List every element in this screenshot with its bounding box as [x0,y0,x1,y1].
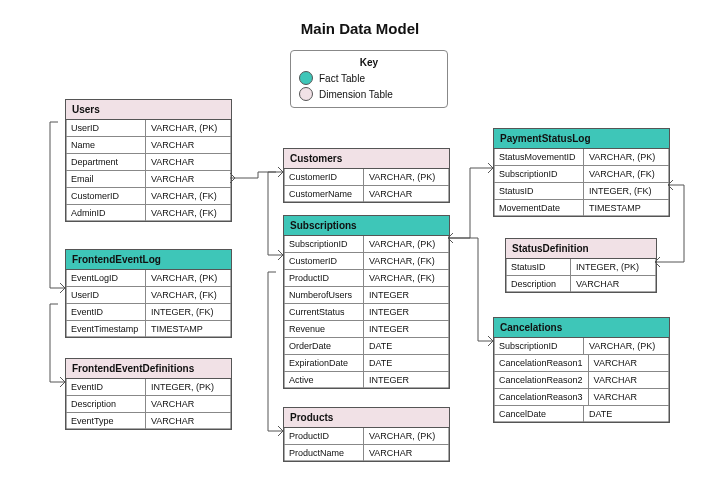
entity-rows: ProductIDVARCHAR, (PK)ProductNameVARCHAR [284,428,449,461]
column-type: VARCHAR [146,154,231,170]
column-row: SubscriptionIDVARCHAR, (PK) [494,338,669,354]
column-name: Active [284,372,364,388]
column-row: DescriptionVARCHAR [66,395,231,412]
column-row: SubscriptionIDVARCHAR, (PK) [284,236,449,252]
column-name: StatusMovementID [494,149,584,165]
column-name: CustomerID [284,169,364,185]
column-name: Description [506,276,571,292]
entity-frontend-event-definitions: FrontendEventDefinitions EventIDINTEGER,… [65,358,232,430]
column-type: INTEGER [364,304,449,320]
column-type: VARCHAR, (FK) [146,205,231,221]
column-name: Description [66,396,146,412]
column-type: VARCHAR [364,445,449,461]
column-type: VARCHAR, (FK) [146,188,231,204]
column-row: EmailVARCHAR [66,170,231,187]
column-name: Department [66,154,146,170]
legend-dim-label: Dimension Table [319,89,393,100]
column-name: EventID [66,304,146,320]
entity-header: Products [284,408,449,428]
column-row: StatusIDINTEGER, (PK) [506,259,656,275]
column-name: Email [66,171,146,187]
entity-rows: UserIDVARCHAR, (PK)NameVARCHARDepartment… [66,120,231,221]
column-type: INTEGER [364,321,449,337]
column-row: CustomerIDVARCHAR, (FK) [66,187,231,204]
entity-header: PaymentStatusLog [494,129,669,149]
column-type: DATE [364,355,449,371]
column-row: ExpirationDateDATE [284,354,449,371]
column-type: VARCHAR, (PK) [364,169,449,185]
column-row: NumberofUsersINTEGER [284,286,449,303]
entity-header: Subscriptions [284,216,449,236]
entity-cancelations: Cancelations SubscriptionIDVARCHAR, (PK)… [493,317,670,423]
entity-rows: SubscriptionIDVARCHAR, (PK)CustomerIDVAR… [284,236,449,388]
column-name: Revenue [284,321,364,337]
entity-header: FrontendEventLog [66,250,231,270]
column-name: Name [66,137,146,153]
column-row: CancelationReason3VARCHAR [494,388,669,405]
column-row: EventTypeVARCHAR [66,412,231,429]
column-type: VARCHAR [146,137,231,153]
legend-row-fact: Fact Table [299,71,439,85]
column-type: VARCHAR, (PK) [146,120,231,136]
column-type: VARCHAR [589,389,674,405]
column-name: CustomerID [66,188,146,204]
entity-products: Products ProductIDVARCHAR, (PK)ProductNa… [283,407,450,462]
column-name: EventID [66,379,146,395]
column-row: EventIDINTEGER, (FK) [66,303,231,320]
column-row: CurrentStatusINTEGER [284,303,449,320]
column-name: CustomerName [284,186,364,202]
entity-rows: CustomerIDVARCHAR, (PK)CustomerNameVARCH… [284,169,449,202]
column-name: SubscriptionID [494,338,584,354]
column-row: CancelationReason2VARCHAR [494,371,669,388]
column-row: DescriptionVARCHAR [506,275,656,292]
column-type: INTEGER, (FK) [584,183,669,199]
column-type: VARCHAR, (FK) [584,166,669,182]
column-type: VARCHAR [589,355,674,371]
entity-header: StatusDefinition [506,239,656,259]
entity-header: Users [66,100,231,120]
column-type: VARCHAR [364,186,449,202]
column-name: AdminID [66,205,146,221]
column-type: TIMESTAMP [146,321,231,337]
column-type: VARCHAR, (PK) [584,338,669,354]
column-type: DATE [584,406,669,422]
column-type: VARCHAR [146,396,231,412]
column-row: NameVARCHAR [66,136,231,153]
column-type: TIMESTAMP [584,200,669,216]
column-name: UserID [66,120,146,136]
column-row: EventLogIDVARCHAR, (PK) [66,270,231,286]
column-type: VARCHAR, (PK) [364,236,449,252]
column-name: CustomerID [284,253,364,269]
column-name: ProductID [284,270,364,286]
column-row: CustomerNameVARCHAR [284,185,449,202]
entity-users: Users UserIDVARCHAR, (PK)NameVARCHARDepa… [65,99,232,222]
column-row: CustomerIDVARCHAR, (PK) [284,169,449,185]
entity-rows: EventLogIDVARCHAR, (PK)UserIDVARCHAR, (F… [66,270,231,337]
column-row: UserIDVARCHAR, (FK) [66,286,231,303]
column-name: CancelationReason1 [494,355,589,371]
column-name: ExpirationDate [284,355,364,371]
entity-header: FrontendEventDefinitions [66,359,231,379]
column-row: ProductIDVARCHAR, (FK) [284,269,449,286]
entity-rows: EventIDINTEGER, (PK)DescriptionVARCHAREv… [66,379,231,429]
column-row: StatusIDINTEGER, (FK) [494,182,669,199]
column-name: EventTimestamp [66,321,146,337]
column-type: VARCHAR, (PK) [146,270,231,286]
column-type: VARCHAR, (FK) [146,287,231,303]
legend-title: Key [299,57,439,68]
column-row: CancelationReason1VARCHAR [494,354,669,371]
column-row: EventTimestampTIMESTAMP [66,320,231,337]
column-name: MovementDate [494,200,584,216]
column-row: ProductIDVARCHAR, (PK) [284,428,449,444]
page-title: Main Data Model [0,20,720,37]
legend: Key Fact Table Dimension Table [290,50,448,108]
column-type: VARCHAR [589,372,674,388]
column-name: StatusID [494,183,584,199]
column-name: StatusID [506,259,571,275]
column-row: AdminIDVARCHAR, (FK) [66,204,231,221]
column-name: ProductName [284,445,364,461]
column-row: OrderDateDATE [284,337,449,354]
column-name: SubscriptionID [494,166,584,182]
column-name: CancelDate [494,406,584,422]
column-type: VARCHAR, (FK) [364,270,449,286]
